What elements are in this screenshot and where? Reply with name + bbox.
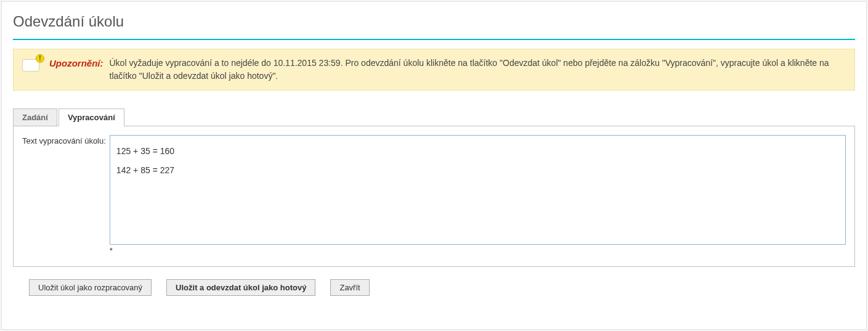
tabs-container: Zadání Vypracování Text vypracování úkol… [13,108,855,267]
save-draft-button[interactable]: Uložit úkol jako rozpracovaný [29,279,152,296]
page-container: Odevzdání úkolu ! Upozornění: Úkol vyžad… [1,1,867,330]
warning-text: Úkol vyžaduje vypracování a to nejdéle d… [110,55,848,83]
close-button[interactable]: Zavřít [330,279,369,296]
form-row: Text vypracování úkolu: * [22,135,846,255]
elaboration-label: Text vypracování úkolu: [22,135,106,145]
warning-icon: ! [21,55,43,75]
textarea-wrapper: * [110,135,846,255]
button-row: Uložit úkol jako rozpracovaný Uložit a o… [13,279,855,296]
save-submit-button[interactable]: Uložit a odevzdat úkol jako hotový [166,279,315,296]
tab-elaboration[interactable]: Vypracování [59,108,124,126]
warning-label: Upozornění: [49,55,103,68]
tab-panel-elaboration: Text vypracování úkolu: * [13,126,855,267]
elaboration-textarea[interactable] [110,135,846,245]
tab-assignment[interactable]: Zadání [13,108,57,126]
required-mark: * [110,246,846,255]
warning-alert: ! Upozornění: Úkol vyžaduje vypracování … [13,49,855,91]
page-title: Odevzdání úkolu [13,8,855,40]
tab-row: Zadání Vypracování [13,108,855,126]
